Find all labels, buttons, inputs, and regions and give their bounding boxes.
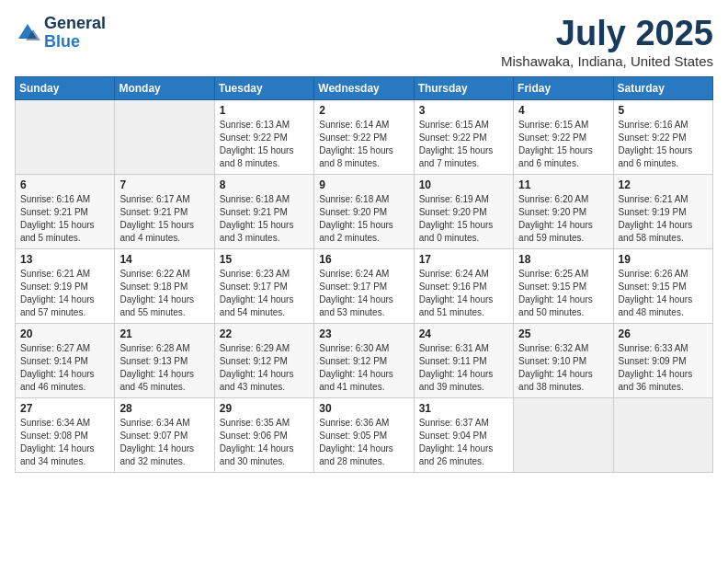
calendar-cell: 5Sunrise: 6:16 AM Sunset: 9:22 PM Daylig… xyxy=(613,99,712,174)
day-number: 16 xyxy=(319,253,408,266)
calendar-cell: 3Sunrise: 6:15 AM Sunset: 9:22 PM Daylig… xyxy=(414,99,513,174)
day-number: 17 xyxy=(419,253,508,266)
weekday-header: Tuesday xyxy=(214,76,313,99)
day-detail: Sunrise: 6:18 AM Sunset: 9:20 PM Dayligh… xyxy=(319,193,408,245)
day-detail: Sunrise: 6:21 AM Sunset: 9:19 PM Dayligh… xyxy=(20,268,109,319)
calendar-cell: 31Sunrise: 6:37 AM Sunset: 9:04 PM Dayli… xyxy=(414,397,513,472)
weekday-header: Sunday xyxy=(16,76,115,99)
weekday-header: Thursday xyxy=(414,76,513,99)
day-detail: Sunrise: 6:19 AM Sunset: 9:20 PM Dayligh… xyxy=(419,193,508,245)
day-detail: Sunrise: 6:30 AM Sunset: 9:12 PM Dayligh… xyxy=(319,342,408,394)
day-number: 5 xyxy=(619,104,708,117)
day-number: 13 xyxy=(20,253,109,266)
calendar-cell xyxy=(16,99,115,174)
day-detail: Sunrise: 6:27 AM Sunset: 9:14 PM Dayligh… xyxy=(20,342,109,394)
day-number: 21 xyxy=(119,327,209,340)
calendar-cell: 15Sunrise: 6:23 AM Sunset: 9:17 PM Dayli… xyxy=(214,248,313,323)
day-number: 15 xyxy=(220,253,309,266)
day-number: 30 xyxy=(319,402,408,415)
day-detail: Sunrise: 6:26 AM Sunset: 9:15 PM Dayligh… xyxy=(619,268,708,319)
day-number: 25 xyxy=(518,327,608,340)
calendar-cell: 21Sunrise: 6:28 AM Sunset: 9:13 PM Dayli… xyxy=(115,323,214,397)
weekday-header: Saturday xyxy=(613,76,712,99)
day-detail: Sunrise: 6:15 AM Sunset: 9:22 PM Dayligh… xyxy=(419,119,508,170)
day-detail: Sunrise: 6:14 AM Sunset: 9:22 PM Dayligh… xyxy=(319,119,408,170)
calendar-cell: 11Sunrise: 6:20 AM Sunset: 9:20 PM Dayli… xyxy=(514,174,613,248)
calendar-table: SundayMondayTuesdayWednesdayThursdayFrid… xyxy=(15,76,713,473)
day-detail: Sunrise: 6:20 AM Sunset: 9:20 PM Dayligh… xyxy=(518,193,608,245)
day-number: 11 xyxy=(518,178,608,191)
calendar-body: 1Sunrise: 6:13 AM Sunset: 9:22 PM Daylig… xyxy=(16,99,713,472)
page-header: General Blue July 2025 Mishawaka, Indian… xyxy=(15,15,713,69)
calendar-cell: 24Sunrise: 6:31 AM Sunset: 9:11 PM Dayli… xyxy=(414,323,513,397)
day-number: 2 xyxy=(319,104,408,117)
weekday-row: SundayMondayTuesdayWednesdayThursdayFrid… xyxy=(16,76,713,99)
day-number: 24 xyxy=(419,327,508,340)
calendar-cell: 27Sunrise: 6:34 AM Sunset: 9:08 PM Dayli… xyxy=(16,397,115,472)
day-number: 19 xyxy=(619,253,708,266)
day-number: 12 xyxy=(619,178,708,191)
day-number: 27 xyxy=(20,402,109,415)
day-number: 23 xyxy=(319,327,408,340)
calendar-subtitle: Mishawaka, Indiana, United States xyxy=(501,53,713,69)
day-number: 29 xyxy=(220,402,309,415)
day-detail: Sunrise: 6:35 AM Sunset: 9:06 PM Dayligh… xyxy=(220,417,309,468)
day-number: 14 xyxy=(119,253,209,266)
calendar-cell: 28Sunrise: 6:34 AM Sunset: 9:07 PM Dayli… xyxy=(115,397,214,472)
calendar-cell: 30Sunrise: 6:36 AM Sunset: 9:05 PM Dayli… xyxy=(314,397,414,472)
logo-icon xyxy=(15,20,40,46)
day-detail: Sunrise: 6:28 AM Sunset: 9:13 PM Dayligh… xyxy=(119,342,209,394)
day-detail: Sunrise: 6:25 AM Sunset: 9:15 PM Dayligh… xyxy=(518,268,608,319)
calendar-cell: 13Sunrise: 6:21 AM Sunset: 9:19 PM Dayli… xyxy=(16,248,115,323)
calendar-cell: 19Sunrise: 6:26 AM Sunset: 9:15 PM Dayli… xyxy=(613,248,712,323)
calendar-week-row: 20Sunrise: 6:27 AM Sunset: 9:14 PM Dayli… xyxy=(16,323,713,397)
calendar-cell xyxy=(514,397,613,472)
day-detail: Sunrise: 6:13 AM Sunset: 9:22 PM Dayligh… xyxy=(220,119,309,170)
day-detail: Sunrise: 6:21 AM Sunset: 9:19 PM Dayligh… xyxy=(619,193,708,245)
calendar-cell: 22Sunrise: 6:29 AM Sunset: 9:12 PM Dayli… xyxy=(214,323,313,397)
calendar-cell: 12Sunrise: 6:21 AM Sunset: 9:19 PM Dayli… xyxy=(613,174,712,248)
day-number: 20 xyxy=(20,327,109,340)
day-detail: Sunrise: 6:16 AM Sunset: 9:22 PM Dayligh… xyxy=(619,119,708,170)
weekday-header: Friday xyxy=(514,76,613,99)
day-number: 9 xyxy=(319,178,408,191)
calendar-cell: 7Sunrise: 6:17 AM Sunset: 9:21 PM Daylig… xyxy=(115,174,214,248)
day-number: 1 xyxy=(220,104,309,117)
calendar-week-row: 13Sunrise: 6:21 AM Sunset: 9:19 PM Dayli… xyxy=(16,248,713,323)
day-number: 22 xyxy=(220,327,309,340)
calendar-cell xyxy=(115,99,214,174)
day-number: 28 xyxy=(119,402,209,415)
calendar-cell: 26Sunrise: 6:33 AM Sunset: 9:09 PM Dayli… xyxy=(613,323,712,397)
day-number: 10 xyxy=(419,178,508,191)
calendar-title: July 2025 xyxy=(501,15,713,53)
day-detail: Sunrise: 6:31 AM Sunset: 9:11 PM Dayligh… xyxy=(419,342,508,394)
calendar-cell: 4Sunrise: 6:15 AM Sunset: 9:22 PM Daylig… xyxy=(514,99,613,174)
logo: General Blue xyxy=(15,15,106,52)
calendar-cell: 1Sunrise: 6:13 AM Sunset: 9:22 PM Daylig… xyxy=(214,99,313,174)
logo-text: General Blue xyxy=(44,15,106,52)
calendar-cell xyxy=(613,397,712,472)
day-detail: Sunrise: 6:29 AM Sunset: 9:12 PM Dayligh… xyxy=(220,342,309,394)
calendar-cell: 10Sunrise: 6:19 AM Sunset: 9:20 PM Dayli… xyxy=(414,174,513,248)
calendar-cell: 23Sunrise: 6:30 AM Sunset: 9:12 PM Dayli… xyxy=(314,323,414,397)
calendar-cell: 14Sunrise: 6:22 AM Sunset: 9:18 PM Dayli… xyxy=(115,248,214,323)
day-number: 31 xyxy=(419,402,508,415)
day-detail: Sunrise: 6:18 AM Sunset: 9:21 PM Dayligh… xyxy=(220,193,309,245)
title-block: July 2025 Mishawaka, Indiana, United Sta… xyxy=(501,15,713,69)
day-detail: Sunrise: 6:16 AM Sunset: 9:21 PM Dayligh… xyxy=(20,193,109,245)
weekday-header: Monday xyxy=(115,76,214,99)
calendar-cell: 20Sunrise: 6:27 AM Sunset: 9:14 PM Dayli… xyxy=(16,323,115,397)
day-detail: Sunrise: 6:22 AM Sunset: 9:18 PM Dayligh… xyxy=(119,268,209,319)
calendar-header: SundayMondayTuesdayWednesdayThursdayFrid… xyxy=(16,76,713,99)
day-detail: Sunrise: 6:36 AM Sunset: 9:05 PM Dayligh… xyxy=(319,417,408,468)
day-detail: Sunrise: 6:15 AM Sunset: 9:22 PM Dayligh… xyxy=(518,119,608,170)
day-detail: Sunrise: 6:17 AM Sunset: 9:21 PM Dayligh… xyxy=(119,193,209,245)
day-detail: Sunrise: 6:34 AM Sunset: 9:07 PM Dayligh… xyxy=(119,417,209,468)
calendar-cell: 8Sunrise: 6:18 AM Sunset: 9:21 PM Daylig… xyxy=(214,174,313,248)
day-detail: Sunrise: 6:24 AM Sunset: 9:16 PM Dayligh… xyxy=(419,268,508,319)
day-detail: Sunrise: 6:24 AM Sunset: 9:17 PM Dayligh… xyxy=(319,268,408,319)
day-number: 18 xyxy=(518,253,608,266)
calendar-cell: 2Sunrise: 6:14 AM Sunset: 9:22 PM Daylig… xyxy=(314,99,414,174)
day-detail: Sunrise: 6:32 AM Sunset: 9:10 PM Dayligh… xyxy=(518,342,608,394)
calendar-cell: 6Sunrise: 6:16 AM Sunset: 9:21 PM Daylig… xyxy=(16,174,115,248)
